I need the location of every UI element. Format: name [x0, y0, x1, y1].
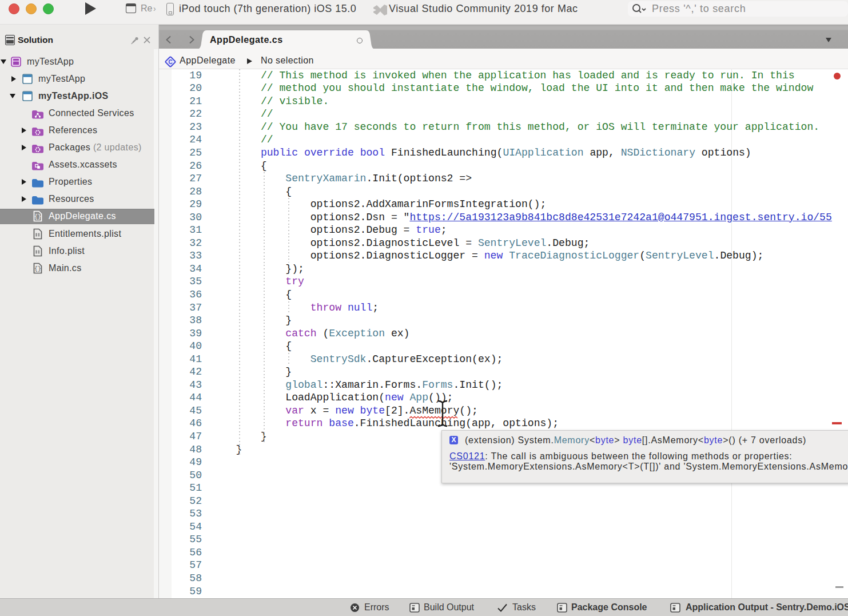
svg-text:C: C — [168, 59, 172, 65]
